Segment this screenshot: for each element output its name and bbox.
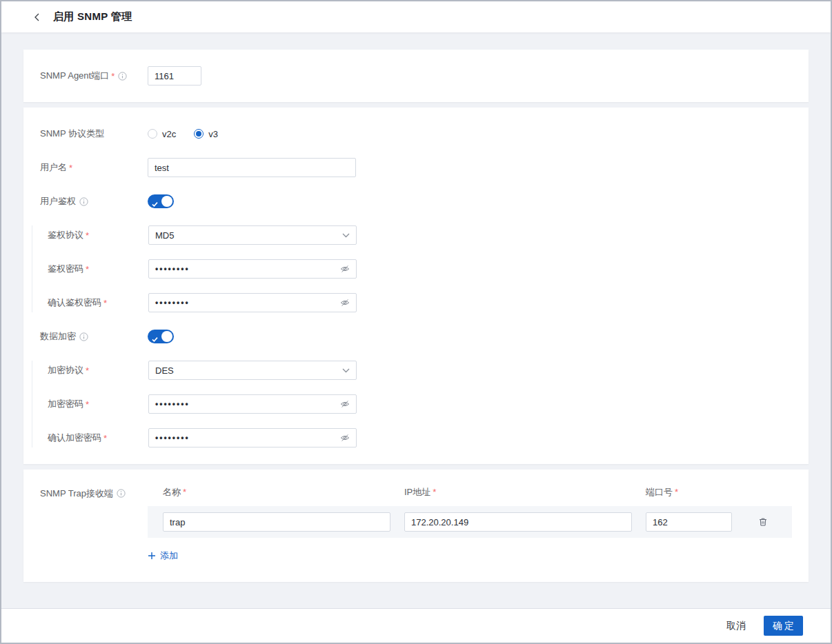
- required-mark: *: [675, 487, 678, 497]
- radio-v3[interactable]: v3: [194, 129, 218, 139]
- radio-v2c[interactable]: v2c: [148, 129, 176, 139]
- auth-subgroup: 鉴权协议 * MD5 鉴权密码 * ••••••••: [32, 225, 792, 312]
- auth-password-input[interactable]: ••••••••: [148, 259, 357, 279]
- protocol-section: SNMP 协议类型 v2c v3 用户名 *: [23, 108, 809, 464]
- auth-protocol-row: 鉴权协议 * MD5: [48, 225, 792, 245]
- username-label: 用户名 *: [40, 161, 148, 174]
- snmp-settings-page: 启用 SNMP 管理 SNMP Agent端口 *: [0, 0, 832, 644]
- info-icon[interactable]: [118, 72, 127, 81]
- privacy-protocol-select[interactable]: DES: [148, 361, 357, 380]
- required-mark: *: [86, 264, 89, 274]
- auth-password-row: 鉴权密码 * ••••••••: [48, 259, 792, 279]
- eye-off-icon: [340, 433, 350, 443]
- required-mark: *: [103, 298, 107, 308]
- required-mark: *: [111, 71, 115, 81]
- privacy-toggle[interactable]: [148, 330, 174, 343]
- info-icon[interactable]: [79, 332, 88, 341]
- auth-toggle[interactable]: [148, 194, 174, 208]
- auth-protocol-select[interactable]: MD5: [148, 225, 357, 245]
- username-input[interactable]: [148, 158, 356, 177]
- trap-col-port: 端口号*: [646, 486, 732, 499]
- auth-toggle-row: 用户鉴权: [32, 192, 792, 211]
- auth-confirm-row: 确认鉴权密码 * ••••••••: [48, 293, 792, 312]
- required-mark: *: [86, 365, 89, 376]
- privacy-confirm-input[interactable]: ••••••••: [148, 428, 357, 447]
- required-mark: *: [433, 487, 436, 497]
- info-icon[interactable]: [117, 487, 126, 498]
- privacy-confirm-row: 确认加密密码 * ••••••••: [48, 428, 792, 447]
- trap-ip-input[interactable]: [404, 512, 632, 532]
- trap-label: SNMP Trap接收端: [40, 486, 148, 563]
- auth-label: 用户鉴权: [40, 195, 148, 208]
- agent-port-section: SNMP Agent端口 *: [23, 50, 809, 102]
- toggle-knob: [161, 196, 172, 207]
- agent-port-label: SNMP Agent端口 *: [40, 70, 148, 82]
- radio-circle-unchecked: [148, 129, 157, 139]
- trap-port-input[interactable]: [646, 512, 732, 532]
- trap-col-ip: IP地址*: [404, 486, 646, 499]
- auth-password-label: 鉴权密码 *: [48, 263, 148, 275]
- chevron-down-icon: [342, 368, 350, 373]
- required-mark: *: [69, 163, 72, 173]
- trap-name-input[interactable]: [163, 512, 390, 532]
- trash-icon: [758, 517, 768, 527]
- page-header: 启用 SNMP 管理: [1, 1, 831, 32]
- privacy-subgroup: 加密协议 * DES 加密密码 * ••••••••: [32, 361, 792, 447]
- check-icon: [152, 198, 158, 210]
- username-row: 用户名 *: [32, 158, 792, 177]
- privacy-protocol-row: 加密协议 * DES: [48, 361, 792, 380]
- form-content: SNMP Agent端口 * SNMP 协议类型: [1, 32, 831, 582]
- check-icon: [152, 333, 158, 345]
- privacy-password-row: 加密密码 * ••••••••: [48, 394, 792, 414]
- trap-column-headers: 名称* IP地址* 端口号*: [148, 486, 792, 499]
- add-receiver-button[interactable]: 添加: [148, 550, 178, 562]
- agent-port-input[interactable]: [148, 66, 201, 85]
- trap-col-name: 名称*: [163, 486, 404, 499]
- auth-confirm-label: 确认鉴权密码 *: [48, 296, 148, 309]
- trap-body: 名称* IP地址* 端口号*: [148, 486, 792, 563]
- privacy-toggle-row: 数据加密: [32, 327, 792, 346]
- required-mark: *: [86, 399, 89, 410]
- required-mark: *: [183, 487, 186, 497]
- privacy-password-label: 加密密码 *: [48, 398, 148, 410]
- radio-circle-checked: [194, 129, 204, 139]
- eye-off-icon: [340, 264, 350, 274]
- back-button[interactable]: [30, 10, 45, 25]
- toggle-knob: [161, 331, 172, 342]
- protocol-type-row: SNMP 协议类型 v2c v3: [32, 124, 792, 143]
- protocol-radio-group: v2c v3: [148, 129, 236, 139]
- privacy-protocol-label: 加密协议 *: [48, 364, 148, 376]
- required-mark: *: [86, 230, 89, 241]
- footer-bar: 取消 确定: [1, 608, 831, 643]
- auth-protocol-label: 鉴权协议 *: [48, 229, 148, 241]
- trap-section: SNMP Trap接收端 名称* IP地址*: [23, 470, 809, 582]
- chevron-down-icon: [342, 233, 350, 238]
- trap-receiver-row: [148, 506, 792, 538]
- chevron-left-icon: [33, 13, 41, 21]
- cancel-button[interactable]: 取消: [726, 620, 746, 632]
- auth-confirm-input[interactable]: ••••••••: [148, 293, 357, 312]
- eye-off-icon: [340, 399, 350, 409]
- delete-row-button[interactable]: [755, 514, 771, 530]
- protocol-type-label: SNMP 协议类型: [40, 128, 148, 140]
- plus-icon: [148, 552, 156, 560]
- confirm-button[interactable]: 确定: [764, 616, 803, 636]
- required-mark: *: [103, 433, 107, 443]
- eye-off-icon: [340, 298, 350, 308]
- privacy-password-input[interactable]: ••••••••: [148, 394, 357, 414]
- privacy-confirm-label: 确认加密密码 *: [48, 432, 148, 444]
- page-title: 启用 SNMP 管理: [53, 10, 132, 23]
- info-icon[interactable]: [79, 197, 88, 206]
- privacy-label: 数据加密: [40, 330, 148, 343]
